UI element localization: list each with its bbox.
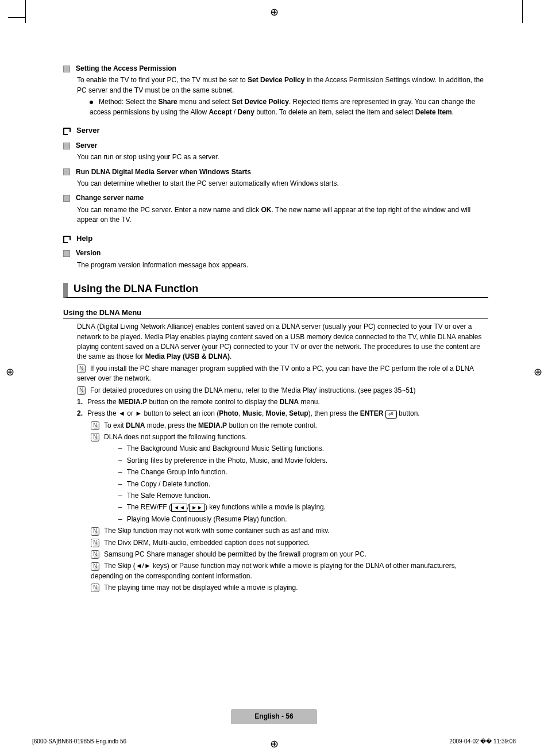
step-text: 1.Press the MEDIA.P button on the remote…: [77, 397, 488, 407]
page-content: Setting the Access Permission To enable …: [63, 62, 488, 595]
registration-icon: ⊕: [534, 366, 542, 378]
registration-icon: ⊕: [6, 366, 14, 378]
note-text: NFor detailed procedures on using the DL…: [77, 386, 488, 396]
list-item: –The Change Group Info function.: [118, 467, 488, 477]
note-icon: N: [91, 421, 99, 430]
list-item: –The REW/FF (◄◄/►►) key functions while …: [118, 502, 488, 512]
square-bullet-icon: [63, 195, 70, 202]
note-text: NTo exit DLNA mode, press the MEDIA.P bu…: [91, 421, 488, 431]
registration-icon: ⊕: [270, 738, 279, 750]
list-item: –The Safe Remove function.: [118, 491, 488, 501]
heading-help: Help: [63, 233, 488, 244]
note-text: NThe playing time may not be displayed w…: [91, 583, 488, 593]
note-icon: N: [91, 584, 99, 592]
square-bullet-icon: [63, 250, 70, 257]
open-square-icon: [63, 236, 71, 243]
heading-server-sub: Server: [63, 141, 488, 151]
note-icon: N: [91, 562, 99, 571]
rewind-icon: ◄◄: [171, 504, 187, 512]
note-icon: N: [91, 550, 99, 559]
note-text: NIf you install the PC share manager pro…: [77, 364, 488, 384]
list-item: –The Background Music and Background Mus…: [118, 444, 488, 454]
heading-using-dlna-function: Using the DLNA Function: [63, 283, 488, 298]
note-text: NThe Skip function may not work with som…: [91, 526, 488, 536]
list-item: –Playing Movie Continuously (Resume Play…: [118, 515, 488, 524]
body-text: Method: Select the Share menu and select…: [90, 97, 488, 117]
heading-version: Version: [63, 248, 488, 258]
list-item: –The Copy / Delete function.: [118, 479, 488, 489]
print-footer-left: [6000-SA]BN68-01985B-Eng.indb 56: [32, 738, 126, 745]
enter-icon: ⏎: [385, 410, 397, 419]
body-text: DLNA (Digital Living Network Alliance) e…: [77, 322, 488, 362]
heading-run-dlna: Run DLNA Digital Media Server when Windo…: [63, 167, 488, 177]
body-text: To enable the TV to find your PC, the TV…: [77, 75, 488, 95]
note-icon: N: [91, 527, 99, 536]
heading-using-dlna-menu: Using the DLNA Menu: [63, 308, 488, 318]
note-icon: N: [77, 364, 86, 373]
heading-change-server-name: Change server name: [63, 193, 488, 203]
square-bullet-icon: [63, 66, 70, 72]
note-text: NSamsung PC Share manager should be perm…: [91, 550, 488, 559]
body-text: You can determine whether to start the P…: [77, 179, 488, 189]
note-icon: N: [91, 539, 99, 547]
print-footer-right: 2009-04-02 �� 11:39:08: [449, 738, 516, 745]
heading-access-permission: Setting the Access Permission: [63, 64, 488, 74]
crop-mark: [25, 0, 26, 23]
open-square-icon: [63, 128, 71, 135]
page-number-footer: English - 56: [231, 709, 317, 724]
note-text: NDLNA does not support the following fun…: [91, 432, 488, 442]
crop-mark: [8, 17, 25, 18]
square-bullet-icon: [63, 168, 70, 175]
crop-mark: [522, 0, 523, 23]
list-item: –Sorting files by preference in the Phot…: [118, 456, 488, 466]
body-text: You can rename the PC server. Enter a ne…: [77, 205, 488, 225]
note-icon: N: [91, 433, 99, 442]
body-text: The program version information message …: [77, 260, 488, 270]
note-text: NThe Divx DRM, Multi-audio, embedded cap…: [91, 538, 488, 548]
bullet-icon: [90, 101, 93, 104]
note-icon: N: [77, 386, 86, 395]
step-text: 2.Press the ◄ or ► button to select an i…: [77, 409, 488, 419]
body-text: You can run or stop using your PC as a s…: [77, 152, 488, 162]
registration-icon: ⊕: [270, 6, 279, 18]
note-text: NThe Skip (◄/► keys) or Pause function m…: [91, 561, 488, 581]
fastforward-icon: ►►: [189, 504, 205, 512]
heading-server: Server: [63, 125, 488, 136]
square-bullet-icon: [63, 143, 70, 149]
